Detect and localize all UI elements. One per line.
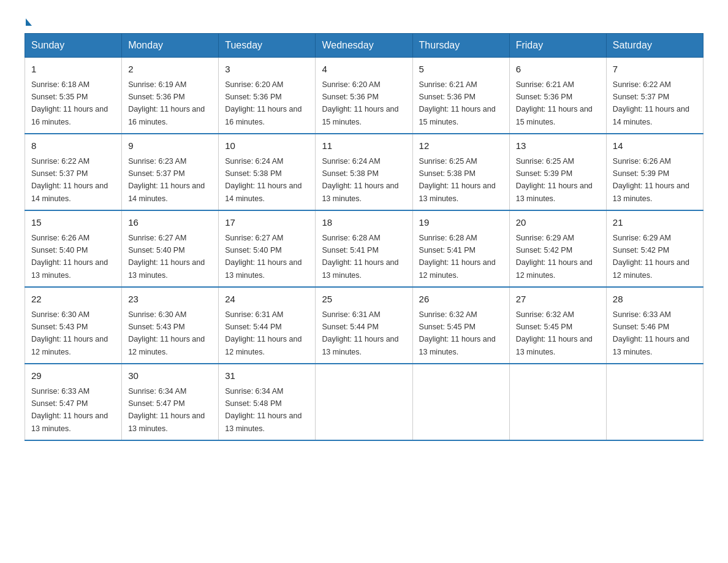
day-number: 3 <box>225 63 309 77</box>
day-number: 20 <box>516 216 600 230</box>
day-number: 21 <box>613 216 697 230</box>
calendar-week-row: 29 Sunrise: 6:33 AMSunset: 5:47 PMDaylig… <box>25 364 703 440</box>
calendar-cell: 20 Sunrise: 6:29 AMSunset: 5:42 PMDaylig… <box>509 210 606 287</box>
calendar-header-friday: Friday <box>509 34 606 58</box>
calendar-cell: 13 Sunrise: 6:25 AMSunset: 5:39 PMDaylig… <box>509 134 606 210</box>
calendar-cell <box>606 364 703 440</box>
day-info: Sunrise: 6:27 AMSunset: 5:40 PMDaylight:… <box>128 234 205 280</box>
day-number: 26 <box>419 293 503 307</box>
calendar-cell: 21 Sunrise: 6:29 AMSunset: 5:42 PMDaylig… <box>606 210 703 287</box>
calendar-cell: 3 Sunrise: 6:20 AMSunset: 5:36 PMDayligh… <box>219 58 316 134</box>
day-number: 13 <box>516 139 600 153</box>
day-number: 25 <box>322 293 406 307</box>
calendar-cell: 27 Sunrise: 6:32 AMSunset: 5:45 PMDaylig… <box>509 287 606 364</box>
day-number: 22 <box>31 293 115 307</box>
day-number: 12 <box>419 139 503 153</box>
calendar-cell: 18 Sunrise: 6:28 AMSunset: 5:41 PMDaylig… <box>316 210 412 287</box>
day-info: Sunrise: 6:31 AMSunset: 5:44 PMDaylight:… <box>322 310 398 356</box>
calendar-cell: 22 Sunrise: 6:30 AMSunset: 5:43 PMDaylig… <box>25 287 122 364</box>
day-number: 30 <box>128 369 212 383</box>
day-info: Sunrise: 6:25 AMSunset: 5:39 PMDaylight:… <box>516 157 593 203</box>
day-number: 6 <box>516 63 600 77</box>
calendar-cell: 4 Sunrise: 6:20 AMSunset: 5:36 PMDayligh… <box>316 58 412 134</box>
calendar-cell: 25 Sunrise: 6:31 AMSunset: 5:44 PMDaylig… <box>316 287 412 364</box>
day-info: Sunrise: 6:24 AMSunset: 5:38 PMDaylight:… <box>322 157 398 203</box>
calendar-header-sunday: Sunday <box>25 34 122 58</box>
day-number: 28 <box>613 293 697 307</box>
day-info: Sunrise: 6:19 AMSunset: 5:36 PMDaylight:… <box>128 80 205 126</box>
day-info: Sunrise: 6:22 AMSunset: 5:37 PMDaylight:… <box>613 80 689 126</box>
calendar-cell: 8 Sunrise: 6:22 AMSunset: 5:37 PMDayligh… <box>25 134 122 210</box>
calendar-cell: 10 Sunrise: 6:24 AMSunset: 5:38 PMDaylig… <box>219 134 316 210</box>
calendar-cell: 16 Sunrise: 6:27 AMSunset: 5:40 PMDaylig… <box>122 210 219 287</box>
day-number: 15 <box>31 216 115 230</box>
calendar-header-wednesday: Wednesday <box>316 34 412 58</box>
day-info: Sunrise: 6:34 AMSunset: 5:47 PMDaylight:… <box>128 387 205 433</box>
calendar-cell: 30 Sunrise: 6:34 AMSunset: 5:47 PMDaylig… <box>122 364 219 440</box>
calendar-cell: 2 Sunrise: 6:19 AMSunset: 5:36 PMDayligh… <box>122 58 219 134</box>
day-number: 24 <box>225 293 309 307</box>
calendar-cell: 9 Sunrise: 6:23 AMSunset: 5:37 PMDayligh… <box>122 134 219 210</box>
day-number: 11 <box>322 139 406 153</box>
day-info: Sunrise: 6:21 AMSunset: 5:36 PMDaylight:… <box>516 80 593 126</box>
logo-blue-part <box>25 18 32 27</box>
day-info: Sunrise: 6:24 AMSunset: 5:38 PMDaylight:… <box>225 157 301 203</box>
day-number: 18 <box>322 216 406 230</box>
day-number: 31 <box>225 369 309 383</box>
calendar-week-row: 1 Sunrise: 6:18 AMSunset: 5:35 PMDayligh… <box>25 58 703 134</box>
day-info: Sunrise: 6:18 AMSunset: 5:35 PMDaylight:… <box>31 80 108 126</box>
calendar-cell: 6 Sunrise: 6:21 AMSunset: 5:36 PMDayligh… <box>509 58 606 134</box>
calendar-table: SundayMondayTuesdayWednesdayThursdayFrid… <box>25 33 703 441</box>
calendar-cell: 31 Sunrise: 6:34 AMSunset: 5:48 PMDaylig… <box>219 364 316 440</box>
day-info: Sunrise: 6:26 AMSunset: 5:40 PMDaylight:… <box>31 234 108 280</box>
calendar-week-row: 22 Sunrise: 6:30 AMSunset: 5:43 PMDaylig… <box>25 287 703 364</box>
day-number: 7 <box>613 63 697 77</box>
calendar-header-saturday: Saturday <box>606 34 703 58</box>
calendar-cell: 12 Sunrise: 6:25 AMSunset: 5:38 PMDaylig… <box>412 134 509 210</box>
day-info: Sunrise: 6:22 AMSunset: 5:37 PMDaylight:… <box>31 157 108 203</box>
day-number: 19 <box>419 216 503 230</box>
day-info: Sunrise: 6:27 AMSunset: 5:40 PMDaylight:… <box>225 234 301 280</box>
day-number: 27 <box>516 293 600 307</box>
day-info: Sunrise: 6:20 AMSunset: 5:36 PMDaylight:… <box>225 80 301 126</box>
day-number: 1 <box>31 63 115 77</box>
calendar-cell <box>412 364 509 440</box>
calendar-cell <box>316 364 412 440</box>
calendar-cell: 29 Sunrise: 6:33 AMSunset: 5:47 PMDaylig… <box>25 364 122 440</box>
day-info: Sunrise: 6:28 AMSunset: 5:41 PMDaylight:… <box>322 234 398 280</box>
day-number: 9 <box>128 139 212 153</box>
calendar-header-monday: Monday <box>122 34 219 58</box>
day-number: 17 <box>225 216 309 230</box>
day-info: Sunrise: 6:30 AMSunset: 5:43 PMDaylight:… <box>128 310 205 356</box>
calendar-cell: 26 Sunrise: 6:32 AMSunset: 5:45 PMDaylig… <box>412 287 509 364</box>
calendar-cell <box>509 364 606 440</box>
day-number: 29 <box>31 369 115 383</box>
day-info: Sunrise: 6:31 AMSunset: 5:44 PMDaylight:… <box>225 310 301 356</box>
logo <box>25 18 32 27</box>
calendar-header-row: SundayMondayTuesdayWednesdayThursdayFrid… <box>25 34 703 58</box>
page-header <box>25 18 703 27</box>
logo-triangle-icon <box>26 18 32 26</box>
calendar-cell: 23 Sunrise: 6:30 AMSunset: 5:43 PMDaylig… <box>122 287 219 364</box>
day-info: Sunrise: 6:34 AMSunset: 5:48 PMDaylight:… <box>225 387 301 433</box>
day-info: Sunrise: 6:33 AMSunset: 5:47 PMDaylight:… <box>31 387 108 433</box>
day-number: 4 <box>322 63 406 77</box>
calendar-cell: 14 Sunrise: 6:26 AMSunset: 5:39 PMDaylig… <box>606 134 703 210</box>
day-number: 16 <box>128 216 212 230</box>
day-number: 8 <box>31 139 115 153</box>
day-number: 23 <box>128 293 212 307</box>
calendar-cell: 24 Sunrise: 6:31 AMSunset: 5:44 PMDaylig… <box>219 287 316 364</box>
calendar-cell: 15 Sunrise: 6:26 AMSunset: 5:40 PMDaylig… <box>25 210 122 287</box>
calendar-week-row: 8 Sunrise: 6:22 AMSunset: 5:37 PMDayligh… <box>25 134 703 210</box>
day-info: Sunrise: 6:33 AMSunset: 5:46 PMDaylight:… <box>613 310 689 356</box>
day-number: 2 <box>128 63 212 77</box>
calendar-cell: 11 Sunrise: 6:24 AMSunset: 5:38 PMDaylig… <box>316 134 412 210</box>
calendar-cell: 17 Sunrise: 6:27 AMSunset: 5:40 PMDaylig… <box>219 210 316 287</box>
day-info: Sunrise: 6:23 AMSunset: 5:37 PMDaylight:… <box>128 157 205 203</box>
calendar-header-tuesday: Tuesday <box>219 34 316 58</box>
day-info: Sunrise: 6:20 AMSunset: 5:36 PMDaylight:… <box>322 80 398 126</box>
day-info: Sunrise: 6:29 AMSunset: 5:42 PMDaylight:… <box>613 234 689 280</box>
day-number: 14 <box>613 139 697 153</box>
day-number: 10 <box>225 139 309 153</box>
day-info: Sunrise: 6:25 AMSunset: 5:38 PMDaylight:… <box>419 157 496 203</box>
